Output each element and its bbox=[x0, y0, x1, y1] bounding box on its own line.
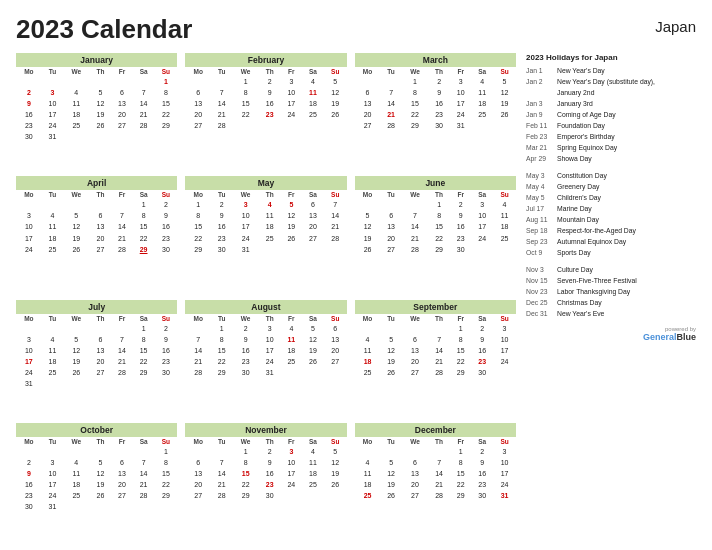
month-title-august: August bbox=[185, 300, 346, 314]
month-january: January MoTuWeThFrSaSu 1 2345678 9101112… bbox=[16, 53, 177, 170]
powered-by-section: powered by GeneralBlue bbox=[526, 320, 696, 342]
holiday-dec25: Dec 25 Christmas Day bbox=[526, 298, 696, 308]
country-title: Japan bbox=[655, 18, 696, 35]
holiday-jan3: Jan 3 January 3rd bbox=[526, 99, 696, 109]
month-title-october: October bbox=[16, 423, 177, 437]
holiday-apr29: Apr 29 Showa Day bbox=[526, 154, 696, 164]
header: 2023 Calendar Japan bbox=[16, 14, 696, 45]
month-february: February MoTuWeThFrSaSu 12345 6789101112… bbox=[185, 53, 346, 170]
month-title-september: September bbox=[355, 300, 516, 314]
holiday-oct9: Oct 9 Sports Day bbox=[526, 248, 696, 258]
page: 2023 Calendar Japan January MoTuWeThFrSa… bbox=[0, 0, 712, 550]
holiday-aug11: Aug 11 Mountain Day bbox=[526, 215, 696, 225]
holidays-title: 2023 Holidays for Japan bbox=[526, 53, 696, 62]
month-title-march: March bbox=[355, 53, 516, 67]
month-june: June MoTuWeThFrSaSu 1234 567891011 12131… bbox=[355, 176, 516, 293]
sidebar: 2023 Holidays for Japan Jan 1 New Year's… bbox=[526, 53, 696, 540]
holiday-jul17: Jul 17 Marine Day bbox=[526, 204, 696, 214]
month-title-april: April bbox=[16, 176, 177, 190]
holiday-jan2: Jan 2 New Year's Day (substitute day), bbox=[526, 77, 696, 87]
month-november: November MoTuWeThFrSaSu 12345 6789101112… bbox=[185, 423, 346, 540]
holiday-may5: May 5 Children's Day bbox=[526, 193, 696, 203]
holiday-jan2b: January 2nd bbox=[526, 88, 696, 98]
holiday-may4: May 4 Greenery Day bbox=[526, 182, 696, 192]
month-may: May MoTuWeThFrSaSu 1234567 891011121314 … bbox=[185, 176, 346, 293]
holiday-sep18: Sep 18 Respect-for-the-Aged Day bbox=[526, 226, 696, 236]
month-april: April MoTuWeThFrSaSu 12 3456789 10111213… bbox=[16, 176, 177, 293]
calendar-grid: January MoTuWeThFrSaSu 1 2345678 9101112… bbox=[16, 53, 516, 540]
month-title-february: February bbox=[185, 53, 346, 67]
month-title-may: May bbox=[185, 176, 346, 190]
holiday-sep23: Sep 23 Autumnal Equinox Day bbox=[526, 237, 696, 247]
month-september: September MoTuWeThFrSaSu 123 45678910 11… bbox=[355, 300, 516, 417]
month-title-january: January bbox=[16, 53, 177, 67]
month-title-july: July bbox=[16, 300, 177, 314]
month-title-june: June bbox=[355, 176, 516, 190]
holiday-dec31: Dec 31 New Year's Eve bbox=[526, 309, 696, 319]
holiday-may3: May 3 Constitution Day bbox=[526, 171, 696, 181]
month-march: March MoTuWeThFrSaSu 12345 6789101112 13… bbox=[355, 53, 516, 170]
main-title: 2023 Calendar bbox=[16, 14, 192, 45]
holiday-nov23: Nov 23 Labor Thanksgiving Day bbox=[526, 287, 696, 297]
month-december: December MoTuWeThFrSaSu 123 45678910 111… bbox=[355, 423, 516, 540]
holiday-jan9: Jan 9 Coming of Age Day bbox=[526, 110, 696, 120]
month-july: July MoTuWeThFrSaSu 12 3456789 101112131… bbox=[16, 300, 177, 417]
holiday-jan1: Jan 1 New Year's Day bbox=[526, 66, 696, 76]
month-august: August MoTuWeThFrSaSu 123456 78910111213… bbox=[185, 300, 346, 417]
holiday-feb11: Feb 11 Foundation Day bbox=[526, 121, 696, 131]
holiday-nov3: Nov 3 Culture Day bbox=[526, 265, 696, 275]
month-title-december: December bbox=[355, 423, 516, 437]
holiday-nov15: Nov 15 Seven-Five-Three Festival bbox=[526, 276, 696, 286]
holiday-mar21: Mar 21 Spring Equinox Day bbox=[526, 143, 696, 153]
holiday-feb23: Feb 23 Emperor's Birthday bbox=[526, 132, 696, 142]
month-title-november: November bbox=[185, 423, 346, 437]
month-october: October MoTuWeThFrSaSu 1 2345678 9101112… bbox=[16, 423, 177, 540]
brand-name: GeneralBlue bbox=[526, 332, 696, 342]
content-area: January MoTuWeThFrSaSu 1 2345678 9101112… bbox=[16, 53, 696, 540]
